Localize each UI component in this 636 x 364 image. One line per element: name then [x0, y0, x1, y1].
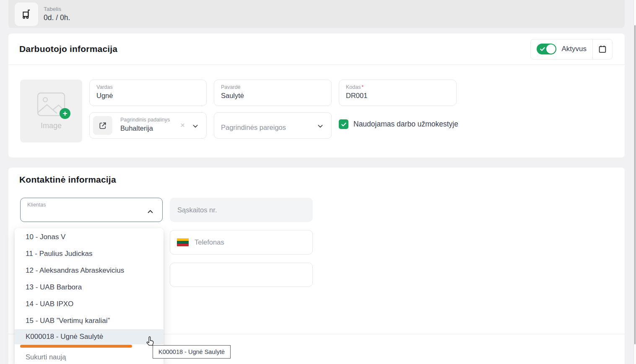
clear-department-icon[interactable]: ×: [180, 121, 185, 129]
image-caption: Image: [41, 121, 62, 130]
client-select[interactable]: Klientas: [20, 198, 163, 222]
tabelis-value: 0d. / 0h.: [44, 13, 70, 22]
dropdown-option[interactable]: 15 - UAB ”Vertimų karaliai”: [15, 312, 164, 329]
tabelis-button[interactable]: [15, 3, 38, 26]
dropdown-option[interactable]: 14 - UAB IPXO: [15, 296, 164, 312]
code-label: Kodas: [346, 84, 361, 90]
first-name-field[interactable]: Vardas Ugnė: [89, 80, 207, 106]
contact-section-title: Kontaktinė informacija: [19, 175, 116, 185]
employee-info-card: Darbuotojo informacija Aktyvus: [8, 34, 625, 157]
top-bar: Tabelis 0d. / 0h.: [8, 0, 625, 28]
scrollbar-thumb[interactable]: [634, 25, 636, 344]
chevron-up-icon[interactable]: [147, 208, 154, 215]
calendar-icon: [598, 44, 607, 54]
option-tooltip: K000018 - Ugnė Saulytė: [153, 345, 231, 359]
client-label: Klientas: [27, 202, 156, 208]
cart-icon: [21, 8, 32, 20]
check-icon: [341, 121, 347, 127]
payroll-checkbox[interactable]: [339, 119, 348, 129]
department-label: Pagrindinis padalinys: [120, 117, 200, 123]
dropdown-option[interactable]: 10 - Jonas V: [15, 229, 164, 245]
last-name-field[interactable]: Pavardė Saulytė: [214, 80, 332, 106]
dropdown-progress-bar: [20, 345, 132, 348]
dropdown-option[interactable]: 12 - Aleksandras Abraskevicius: [15, 262, 164, 279]
position-select[interactable]: Pagrindinės pareigos: [214, 112, 332, 139]
toggle-knob: [546, 44, 556, 54]
position-placeholder: Pagrindinės pareigos: [221, 124, 286, 132]
chevron-down-icon[interactable]: [317, 123, 324, 129]
open-department-button[interactable]: [93, 116, 112, 135]
dropdown-option-hovered[interactable]: K000018 - Ugnė Saulytė: [15, 329, 164, 344]
tabelis-label: Tabelis: [44, 6, 70, 12]
employee-section-title: Darbuotojo informacija: [19, 44, 117, 54]
last-name-label: Pavardė: [221, 84, 324, 90]
phone-placeholder: Telefonas: [195, 238, 224, 246]
email-field[interactable]: [170, 263, 313, 287]
active-toggle[interactable]: Aktyvus: [531, 39, 592, 59]
account-number-field[interactable]: Sąskaitos nr.: [170, 198, 313, 222]
department-select[interactable]: Pagrindinis padalinys Buhalterija ×: [89, 112, 207, 139]
active-toggle-label: Aktyvus: [561, 45, 587, 53]
payroll-checkbox-row[interactable]: Naudojamas darbo užmokestyje: [339, 119, 458, 129]
chevron-down-icon[interactable]: [192, 123, 199, 129]
add-photo-icon[interactable]: +: [60, 108, 70, 119]
department-value: Buhalterija: [120, 124, 200, 132]
payroll-checkbox-label: Naudojamas darbo užmokestyje: [353, 120, 458, 129]
account-number-placeholder: Sąskaitos nr.: [177, 206, 217, 214]
first-name-label: Vardas: [96, 84, 200, 90]
lithuania-flag-icon: [177, 238, 189, 246]
client-dropdown: 10 - Jonas V 11 - Paulius Judickas 12 - …: [15, 228, 164, 364]
required-mark: *: [361, 84, 363, 90]
phone-field[interactable]: Telefonas: [170, 230, 313, 255]
first-name-value: Ugnė: [96, 92, 200, 100]
code-value: DR001: [346, 92, 449, 100]
create-new-option[interactable]: Sukurti naują: [15, 353, 164, 361]
employee-header-controls: Aktyvus: [530, 39, 613, 59]
dropdown-option[interactable]: 11 - Paulius Judickas: [15, 245, 164, 262]
external-link-icon: [99, 121, 107, 130]
vertical-scrollbar[interactable]: [633, 0, 636, 364]
last-name-value: Saulytė: [221, 92, 324, 100]
hand-cursor-icon: [145, 336, 156, 348]
dropdown-option[interactable]: 13 - UAB Barbora: [15, 279, 164, 296]
calendar-button[interactable]: [593, 39, 612, 59]
employee-photo-upload[interactable]: + Image: [20, 80, 82, 142]
check-icon: [540, 46, 545, 52]
code-field[interactable]: Kodas* DR001: [339, 80, 457, 106]
